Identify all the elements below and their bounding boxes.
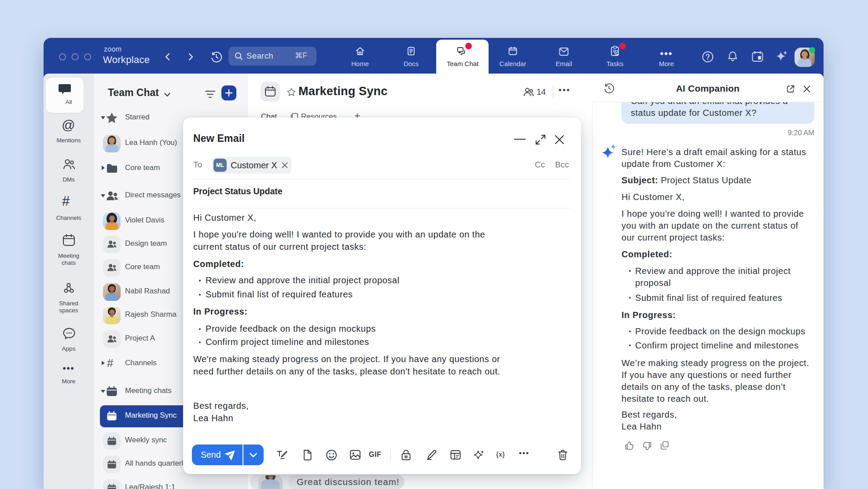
svg-text:E: E [405,456,407,458]
